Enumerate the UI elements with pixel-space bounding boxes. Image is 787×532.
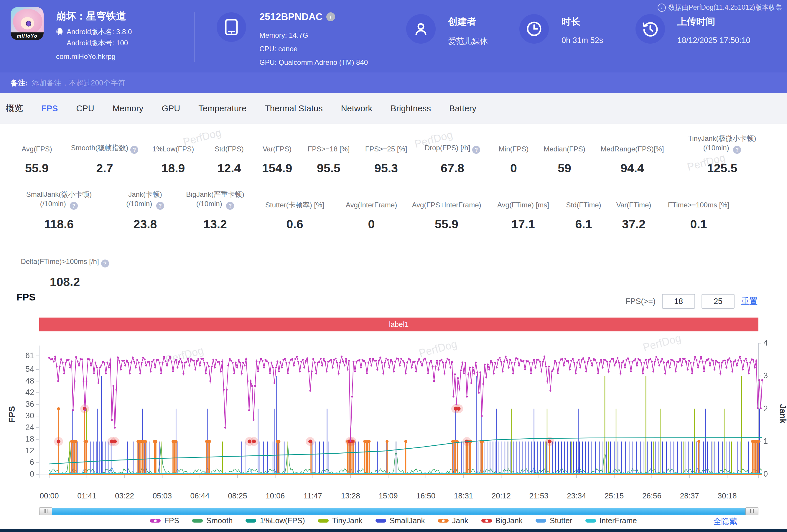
- metric-value: 0: [510, 161, 517, 175]
- metric-delta-ftime-100ms-h-: Delta(FTime)>100ms [/h]?108.2: [6, 247, 124, 289]
- help-icon[interactable]: ?: [70, 202, 78, 210]
- tab-battery[interactable]: Battery: [449, 104, 476, 113]
- metric-label: FPS>=25 [%]: [365, 133, 407, 154]
- reset-link[interactable]: 重置: [741, 296, 758, 307]
- hide-all-link[interactable]: 全隐藏: [713, 516, 737, 527]
- metric-fps-25-%-: FPS>=25 [%]95.3: [357, 133, 416, 175]
- metric-var-fps-: Var(FPS)154.9: [254, 133, 301, 175]
- duration-value: 0h 31m 52s: [561, 36, 603, 45]
- help-icon[interactable]: ?: [472, 146, 480, 154]
- fps-chart-plot[interactable]: [33, 343, 764, 490]
- collect-info-icon: i: [658, 3, 666, 12]
- tab-temperature[interactable]: Temperature: [198, 104, 247, 113]
- chart-scrollbar[interactable]: [39, 507, 759, 515]
- time-axis-tick-18:31: 18:31: [454, 491, 473, 501]
- remark-bar[interactable]: 备注: 添加备注，不超过200个字符: [0, 72, 787, 93]
- device-cpu: CPU: canoe: [259, 45, 297, 53]
- metric-value: 55.9: [25, 161, 49, 175]
- metric-ftime-100ms-%-: FTime>=100ms [%]0.1: [659, 189, 738, 231]
- legend-marker: [536, 519, 546, 523]
- metric-value: 6.1: [575, 217, 592, 231]
- metrics-row-1: Avg(FPS)55.9Smooth(稳帧指数)?2.71%Low(FPS)18…: [6, 133, 771, 175]
- metric-label: 1%Low(FPS): [152, 133, 194, 154]
- android-version-code: Android版本号: 100: [67, 38, 128, 48]
- time-axis-tick-28:37: 28:37: [680, 491, 699, 501]
- scrollbar-handle-left[interactable]: [39, 507, 52, 515]
- metrics-row-2: SmallJank(微小卡顿)(/10min) ?118.6Jank(卡顿)(/…: [6, 189, 738, 231]
- fps-axis-tick-12: 12: [12, 446, 34, 456]
- package-name: com.miHoYo.hkrpg: [56, 52, 115, 61]
- metric-value: 17.1: [511, 217, 535, 231]
- right-axis-title: Jank: [778, 404, 787, 423]
- time-axis-tick-30:18: 30:18: [718, 491, 737, 501]
- legend-item-tinyjank[interactable]: TinyJank: [318, 516, 363, 525]
- tab-概览[interactable]: 概览: [6, 103, 23, 114]
- metric-value: 108.2: [50, 275, 80, 289]
- jank-axis-tick-3: 3: [763, 371, 768, 380]
- collect-note-text: 数据由PerfDog(11.4.251012)版本收集: [668, 3, 782, 12]
- legend-marker: [438, 519, 449, 523]
- tab-brightness[interactable]: Brightness: [390, 104, 431, 113]
- tab-memory[interactable]: Memory: [112, 104, 144, 113]
- perfdog-report-page: miHoYo 崩坏：星穹铁道 Android版本名: 3.8.0 Android…: [0, 0, 787, 532]
- fps-threshold-label: FPS(>=): [625, 297, 656, 306]
- upload-time-value: 18/12/2025 17:50:10: [677, 36, 750, 45]
- tab-network[interactable]: Network: [341, 104, 372, 113]
- metric-label: Avg(FPS+InterFrame): [412, 189, 481, 210]
- fps-threshold-input-1[interactable]: [662, 294, 695, 309]
- time-axis-tick-03:22: 03:22: [115, 491, 134, 501]
- time-axis-tick-16:50: 16:50: [416, 491, 435, 501]
- help-icon[interactable]: ?: [130, 146, 138, 154]
- legend-item-bigjank[interactable]: BigJank: [481, 516, 523, 525]
- legend-item-jank[interactable]: Jank: [438, 516, 468, 525]
- metric-value: 94.4: [620, 161, 644, 175]
- metric-std-fps-: Std(FPS)12.4: [205, 133, 254, 175]
- metric-avg-ftime-ms-: Avg(FTime) [ms]17.1: [488, 189, 558, 231]
- fps-axis-tick-24: 24: [12, 423, 34, 432]
- metric-label: Std(FPS): [215, 133, 244, 154]
- help-icon[interactable]: ?: [156, 202, 164, 210]
- android-icon: [56, 27, 64, 37]
- fps-threshold-input-2[interactable]: [702, 294, 735, 309]
- help-icon[interactable]: ?: [101, 260, 109, 267]
- scrollbar-track[interactable]: [39, 508, 759, 515]
- metric-label: SmallJank(微小卡顿)(/10min) ?: [26, 189, 92, 210]
- legend-item-smalljank[interactable]: SmallJank: [376, 516, 425, 525]
- legend-item-fps[interactable]: FPS: [150, 516, 179, 525]
- metric-drop-fps-h-: Drop(FPS) [/h]?67.8: [416, 133, 489, 175]
- legend-item-interframe[interactable]: InterFrame: [586, 516, 637, 525]
- metric-label: Smooth(稳帧指数)?: [71, 133, 139, 154]
- bottom-bar: [0, 529, 787, 532]
- scrollbar-handle-right[interactable]: [745, 507, 759, 515]
- legend-label: Stutter: [550, 516, 572, 525]
- legend-item-1-low-fps-[interactable]: 1%Low(FPS): [246, 516, 305, 525]
- jank-axis-tick-1: 1: [763, 437, 768, 446]
- legend-item-smooth[interactable]: Smooth: [192, 516, 233, 525]
- help-icon[interactable]: ?: [733, 146, 741, 154]
- help-icon[interactable]: ?: [226, 202, 234, 210]
- metric-label: BigJank(严重卡顿)(/10min) ?: [186, 189, 244, 210]
- metric-smalljank-: SmallJank(微小卡顿)(/10min) ?118.6: [6, 189, 112, 231]
- time-axis-tick-11:47: 11:47: [304, 491, 322, 501]
- jank-axis-tick-0: 0: [763, 469, 768, 479]
- fps-axis-tick-0: 0: [12, 469, 34, 479]
- remark-input-placeholder[interactable]: 添加备注，不超过200个字符: [32, 78, 125, 88]
- metric-value: 55.9: [435, 217, 458, 231]
- tab-gpu[interactable]: GPU: [162, 104, 180, 113]
- metric-label: Stutter(卡顿率) [%]: [265, 189, 324, 210]
- metric-jank-: Jank(卡顿)(/10min) ?23.8: [112, 189, 178, 231]
- legend-label: Smooth: [206, 516, 233, 525]
- metric-value: 67.8: [441, 161, 464, 175]
- legend-item-stutter[interactable]: Stutter: [536, 516, 572, 525]
- metric-value: 13.2: [204, 217, 227, 231]
- metric-value: 0.1: [690, 217, 707, 231]
- tab-thermal-status[interactable]: Thermal Status: [265, 104, 323, 113]
- fps-axis-tick-54: 54: [12, 365, 34, 374]
- tab-cpu[interactable]: CPU: [76, 104, 94, 113]
- device-info-icon[interactable]: i: [326, 13, 335, 21]
- metric-fps-18-%-: FPS>=18 [%]95.5: [301, 133, 357, 175]
- time-axis-tick-25:15: 25:15: [604, 491, 624, 501]
- legend-label: SmallJank: [390, 516, 425, 525]
- tab-fps[interactable]: FPS: [41, 104, 58, 113]
- metric-tinyjank-: TinyJank(极微小卡顿)(/10min) ?125.5: [674, 133, 771, 175]
